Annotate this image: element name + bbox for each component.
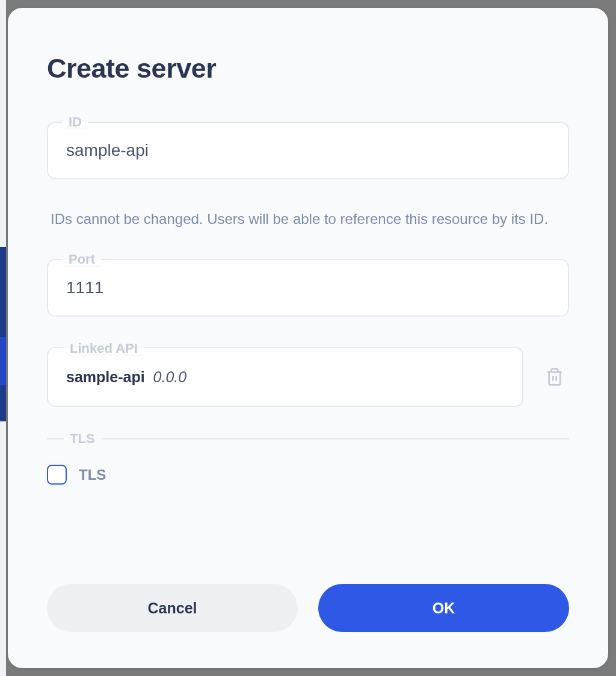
tls-section-header: TLS (47, 431, 569, 447)
tls-checkbox[interactable] (47, 465, 67, 485)
tls-checkbox-label: TLS (79, 467, 106, 483)
linked-api-version: 0.0.0 (153, 368, 187, 386)
ok-button[interactable]: OK (318, 584, 569, 632)
dialog-title: Create server (47, 53, 569, 84)
linked-api-label: Linked API (64, 341, 144, 356)
id-field-group: ID (47, 122, 569, 179)
linked-api-card[interactable]: Linked API sample-api 0.0.0 (47, 347, 523, 407)
tls-checkbox-row[interactable]: TLS (47, 465, 569, 485)
linked-api-name: sample-api (66, 368, 145, 386)
backdrop (0, 0, 6, 247)
id-helper-text: IDs cannot be changed. Users will be abl… (51, 208, 565, 230)
create-server-dialog: Create server ID IDs cannot be changed. … (8, 8, 608, 668)
port-field-group: Port (47, 259, 569, 317)
cancel-button[interactable]: Cancel (47, 584, 298, 632)
divider (47, 438, 64, 439)
linked-api-group: Linked API sample-api 0.0.0 (47, 347, 569, 407)
port-label: Port (63, 252, 101, 267)
dialog-buttons: Cancel OK (47, 584, 569, 632)
id-label: ID (63, 114, 88, 130)
backdrop (0, 337, 6, 385)
backdrop (0, 421, 6, 676)
id-input[interactable] (47, 122, 569, 179)
port-input[interactable] (47, 259, 569, 317)
tls-section: TLS TLS (47, 431, 569, 485)
divider (101, 438, 569, 439)
backdrop (0, 247, 6, 421)
tls-section-label: TLS (64, 431, 101, 447)
trash-icon (545, 367, 564, 386)
delete-linked-api-button[interactable] (540, 362, 569, 391)
